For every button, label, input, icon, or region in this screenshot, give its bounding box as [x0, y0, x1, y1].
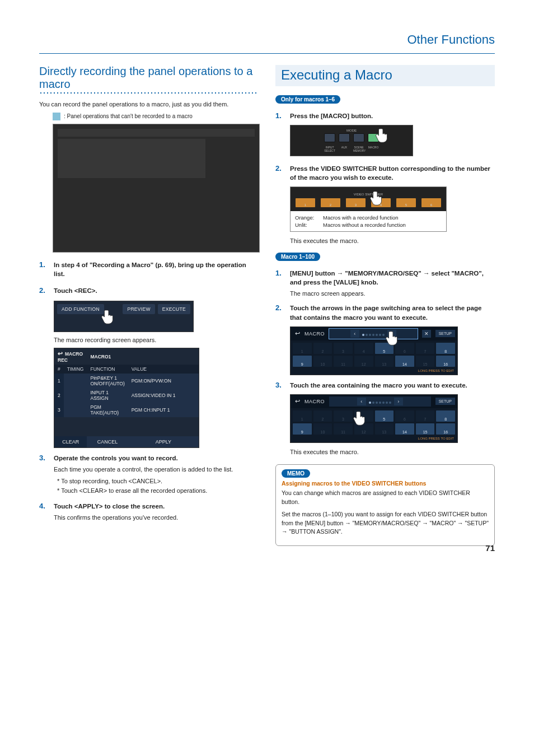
macro-cell[interactable]: 15	[416, 423, 435, 435]
macro-cell[interactable]: 8	[436, 410, 455, 422]
macro-cell[interactable]: 12	[354, 423, 373, 435]
macro-cell[interactable]: 4	[354, 343, 373, 354]
b-step1-sub: The macro screen appears.	[290, 289, 495, 298]
right-column: Executing a Macro Only for macros 1–6 1.…	[275, 65, 495, 546]
macro-cell[interactable]: 1	[293, 410, 312, 422]
execute-button[interactable]: EXECUTE	[158, 304, 190, 314]
col-hash: #	[54, 365, 64, 374]
header-section: Other Functions	[407, 32, 495, 47]
macro-cell[interactable]: 12	[354, 356, 373, 367]
step3-sub: Each time you operate a control, the ope…	[54, 465, 259, 474]
sw-btn-1[interactable]: 1	[295, 198, 316, 208]
video-switcher-strip: VIDEO SWITCHER 1 2 3 4 5 6 Orange: Macro…	[290, 186, 447, 232]
back-icon[interactable]: ↩	[293, 398, 302, 405]
macro-cell[interactable]: 10	[313, 423, 332, 435]
cancel-button[interactable]: CANCEL	[87, 436, 128, 448]
dotted-rule	[39, 92, 259, 94]
page-next[interactable]: ›	[387, 330, 396, 338]
macro-cell[interactable]: 16	[436, 356, 455, 367]
macro-cell[interactable]: 3	[334, 343, 353, 354]
sw-btn-4[interactable]: 4	[371, 198, 391, 208]
macro-rec-title-right: MACRO1	[87, 348, 199, 365]
step4-title: Touch <APPLY> to close the screen.	[54, 502, 259, 511]
sw-btn-5[interactable]: 5	[396, 198, 416, 208]
b-step1-num: 1.	[275, 269, 285, 298]
step3-title: Operate the controls you want to record.	[54, 454, 259, 463]
preview-button[interactable]: PREVIEW	[123, 304, 154, 314]
memo-pill: MEMO	[282, 469, 310, 478]
mode-aux[interactable]	[339, 133, 350, 142]
sw-btn-2[interactable]: 2	[320, 198, 341, 208]
mode-button-strip: MODE INPUT SELECT AUX SCENE MEMORY MACRO	[290, 125, 413, 156]
page-next[interactable]: ›	[394, 398, 403, 405]
back-icon[interactable]: ↩	[293, 330, 302, 337]
left-intro: You can record the panel operations to a…	[39, 100, 259, 109]
page-dots	[368, 398, 392, 405]
macro-cell[interactable]: 7	[416, 343, 435, 354]
mode-input-select[interactable]	[324, 133, 335, 142]
macro-cell[interactable]: 8	[436, 343, 455, 354]
page-prev[interactable]: ‹	[350, 330, 359, 338]
macro-cell[interactable]: 13	[375, 423, 394, 435]
macro-cell[interactable]: 1	[293, 343, 312, 354]
arrow-icon: →	[423, 270, 430, 277]
macro-cell[interactable]: 3	[334, 410, 353, 422]
macro-cell[interactable]: 4	[354, 410, 373, 422]
close-icon[interactable]: ✕	[422, 330, 431, 338]
step2-num: 2.	[39, 286, 49, 297]
arrow-icon: →	[337, 270, 344, 277]
macro-cell[interactable]: 15	[416, 356, 435, 367]
add-function-button[interactable]: ADD FUNCTION	[57, 304, 104, 314]
macro-cell[interactable]: 5	[375, 343, 394, 354]
macro-page-selector-1: ↩ MACRO ‹ › ✕ SETUP 1 2 3 4 5 6 7 8 9	[290, 326, 458, 375]
a-step1-title: Press the [MACRO] button.	[290, 111, 495, 120]
macro-cell[interactable]: 14	[395, 423, 414, 435]
macro-cell[interactable]: 5	[375, 410, 394, 422]
memo-box: MEMO Assigning macros to the VIDEO SWITC…	[275, 464, 495, 546]
macro-cell[interactable]: 2	[313, 410, 332, 422]
apply-button[interactable]: APPLY	[128, 436, 199, 448]
macro-rec-table: MACRO REC MACRO1 # TIMING FUNCTION VALUE…	[54, 348, 199, 448]
macro-cell[interactable]: 9	[293, 356, 312, 367]
macro-cell[interactable]: 6	[395, 343, 414, 354]
macro-cell[interactable]: 16	[436, 423, 455, 435]
step3-bullet1: * To stop recording, touch <CANCEL>.	[57, 477, 259, 487]
macro-cell[interactable]: 14	[395, 356, 414, 367]
a-step2-title: Press the VIDEO SWITCHER button correspo…	[290, 164, 495, 182]
macro-cell[interactable]: 11	[334, 356, 353, 367]
clear-button[interactable]: CLEAR	[54, 436, 87, 448]
left-column: Directly recording the panel operations …	[39, 65, 259, 546]
macro-cell[interactable]: 9	[293, 423, 312, 435]
table-row[interactable]: 1 PinP&KEY 1 ON/OFF(AUTO) PGM:ON/PVW:ON	[54, 374, 199, 388]
macro-cell[interactable]: 11	[334, 423, 353, 435]
step3-num: 3.	[39, 454, 49, 474]
step2-title: Touch <REC>.	[54, 286, 259, 295]
sw-btn-6[interactable]: 6	[421, 198, 442, 208]
a-step2-result: This executes the macro.	[290, 236, 495, 246]
mode-macro[interactable]	[368, 133, 379, 142]
macro-cell[interactable]: 13	[375, 356, 394, 367]
col-timing: TIMING	[64, 365, 87, 374]
step1-num: 1.	[39, 260, 49, 281]
macro-cell[interactable]: 10	[313, 356, 332, 367]
table-row[interactable]: 3 PGM TAKE(AUTO) PGM CH:INPUT 1	[54, 403, 199, 417]
macro-rec-title-left: MACRO REC	[54, 348, 87, 365]
macro-foot: LONG PRESS TO EDIT	[291, 369, 457, 375]
sw-btn-3[interactable]: 3	[345, 198, 366, 208]
setup-button[interactable]: SETUP	[435, 398, 455, 405]
pill-only-1-6: Only for macros 1–6	[275, 95, 340, 104]
macro-cell[interactable]: 7	[416, 410, 435, 422]
page-prev[interactable]: ‹	[357, 398, 366, 405]
table-row[interactable]: 2 INPUT 1 ASSIGN ASSIGN:VIDEO IN 1	[54, 388, 199, 403]
mode-scene-memory[interactable]	[353, 133, 364, 142]
macro-cell[interactable]: 2	[313, 343, 332, 354]
legend-swatch	[53, 113, 60, 120]
macro-cell[interactable]: 6	[395, 410, 414, 422]
a-step2-num: 2.	[275, 164, 285, 184]
b-step3-result: This executes the macro.	[290, 447, 495, 457]
setup-button[interactable]: SETUP	[435, 330, 455, 337]
cap-unlit-value: Macros without a recorded function	[323, 222, 442, 228]
left-title: Directly recording the panel operations …	[39, 65, 259, 91]
step3-bullet2: * Touch <CLEAR> to erase all the recorde…	[57, 486, 259, 496]
col-value: VALUE	[128, 365, 199, 374]
